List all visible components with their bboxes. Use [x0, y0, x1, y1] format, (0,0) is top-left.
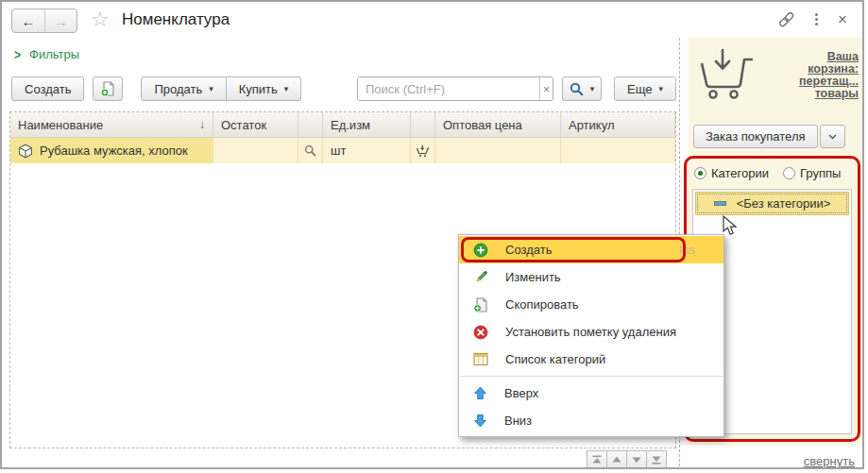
header-stock[interactable]: Остаток — [213, 112, 298, 137]
menu-label: Создать — [505, 243, 552, 257]
customer-order-dropdown[interactable] — [820, 125, 845, 148]
magnifier-icon — [304, 144, 316, 157]
menu-label: Список категорий — [505, 352, 605, 366]
radio-groups-label: Группы — [800, 166, 841, 180]
header-name-label: Наименование — [18, 118, 103, 132]
buy-label: Купить — [239, 82, 278, 96]
menu-item-move-down[interactable]: Вниз — [459, 407, 723, 434]
plus-circle-icon — [473, 243, 488, 258]
radio-selected-icon — [694, 167, 706, 179]
cart-small-icon — [416, 144, 430, 158]
radio-categories[interactable]: Категории — [694, 166, 769, 180]
mouse-cursor — [723, 215, 738, 239]
back-button[interactable]: ← — [12, 9, 44, 32]
delete-mark-icon — [473, 325, 488, 340]
search-options-button[interactable]: ▾ — [562, 76, 602, 101]
filters-label: Фильтры — [29, 47, 79, 61]
menu-item-mark-deletion[interactable]: Установить пометку удаления — [459, 318, 723, 346]
cell-article[interactable] — [561, 138, 675, 163]
chevron-down-icon: ▾ — [658, 84, 663, 93]
menu-item-create[interactable]: Создать Ins — [459, 236, 723, 263]
sort-desc-icon: ↓ — [199, 118, 205, 131]
radio-groups[interactable]: Группы — [783, 166, 841, 180]
package-icon — [18, 144, 33, 159]
menu-shortcut: Ins — [679, 243, 716, 257]
cart-link[interactable]: Ваша корзина: перетащ... товары — [799, 48, 859, 101]
scroll-down-button[interactable] — [626, 450, 647, 469]
menu-label: Вниз — [504, 414, 532, 428]
sell-button[interactable]: Продать ▾ — [141, 76, 226, 101]
category-item-none[interactable]: <Без категории> — [695, 192, 849, 215]
search-icon — [570, 82, 584, 96]
menu-separator — [460, 376, 723, 377]
chevron-down-icon — [828, 134, 837, 140]
cart-large-icon — [696, 48, 757, 101]
search-input[interactable] — [358, 77, 539, 100]
cell-unit[interactable]: шт — [323, 138, 411, 163]
table-row[interactable]: Рубашка мужская, хлопок шт — [10, 138, 675, 163]
copy-icon — [473, 297, 488, 313]
collapse-link[interactable]: свернуть — [804, 454, 855, 468]
header-article-label: Артикул — [569, 118, 614, 132]
chevron-down-icon: ▾ — [284, 84, 289, 93]
favorite-star-icon[interactable]: ☆ — [91, 8, 110, 32]
trade-button-group: Продать ▾ Купить ▾ — [141, 76, 301, 101]
copy-button[interactable] — [93, 76, 123, 101]
minus-icon — [714, 201, 726, 206]
header-price[interactable]: Оптовая цена — [435, 112, 561, 137]
header-price-label: Оптовая цена — [443, 118, 522, 132]
menu-item-copy[interactable]: Скопировать — [459, 291, 723, 318]
scroll-bottom-icon — [651, 455, 662, 465]
scroll-to-bottom-button[interactable] — [646, 450, 667, 469]
chevron-down-icon: ▾ — [209, 84, 213, 93]
header-article[interactable]: Артикул — [561, 112, 675, 137]
cell-name[interactable]: Рубашка мужская, хлопок — [10, 138, 213, 163]
more-button[interactable]: Еще ▾ — [614, 76, 676, 101]
header-unit[interactable]: Ед.изм — [323, 112, 411, 137]
arrow-up-icon — [473, 386, 487, 400]
radio-categories-label: Категории — [711, 166, 769, 180]
customer-order-button[interactable]: Заказ покупателя — [693, 125, 818, 148]
link-icon[interactable] — [777, 10, 795, 28]
app-window: ← → ☆ Номенклатура × > Фильтры Создать — [0, 0, 864, 469]
menu-item-move-up[interactable]: Вверх — [459, 380, 723, 407]
item-name: Рубашка мужская, хлопок — [40, 144, 188, 158]
list-scroll-buttons — [587, 450, 667, 469]
category-label: <Без категории> — [737, 196, 831, 211]
chevron-right-icon: > — [14, 46, 21, 62]
create-button[interactable]: Создать — [11, 76, 84, 101]
context-menu: Создать Ins Изменить — [458, 234, 724, 437]
scroll-up-button[interactable] — [606, 450, 627, 469]
table-header: Наименование ↓ Остаток Ед.изм Оптовая це… — [10, 112, 675, 138]
filters-toggle[interactable]: > Фильтры — [14, 47, 79, 61]
cell-cart[interactable] — [411, 138, 435, 163]
table-icon — [473, 352, 488, 366]
buy-button[interactable]: Купить ▾ — [227, 76, 302, 101]
menu-item-category-list[interactable]: Список категорий — [459, 346, 723, 373]
menu-label: Установить пометку удаления — [505, 325, 676, 339]
cell-price[interactable] — [435, 138, 561, 163]
history-nav: ← → — [11, 8, 77, 33]
chevron-down-icon: ▾ — [590, 84, 595, 93]
search-clear-icon[interactable]: × — [539, 77, 553, 100]
copy-icon — [100, 81, 116, 97]
cell-stock[interactable] — [213, 138, 298, 163]
menu-kebab-icon[interactable] — [813, 11, 820, 27]
menu-label: Скопировать — [505, 297, 579, 312]
pencil-icon — [473, 270, 488, 285]
menu-label: Вверх — [504, 386, 538, 400]
scroll-top-icon — [591, 455, 603, 465]
header-spacer-2 — [411, 112, 435, 137]
header-unit-label: Ед.изм — [331, 118, 370, 132]
close-icon[interactable]: × — [838, 11, 847, 27]
cart-link-line: товары — [799, 88, 859, 100]
scroll-to-top-button[interactable] — [587, 450, 607, 469]
more-label: Еще — [627, 82, 652, 96]
toolbar: Создать Продать ▾ Купить ▾ — [11, 76, 676, 101]
forward-button[interactable]: → — [44, 9, 77, 32]
header-name[interactable]: Наименование ↓ — [10, 112, 213, 137]
sell-label: Продать — [154, 82, 202, 96]
cell-lookup[interactable] — [298, 138, 323, 163]
scroll-up-icon — [611, 456, 622, 464]
menu-item-edit[interactable]: Изменить — [459, 263, 723, 291]
